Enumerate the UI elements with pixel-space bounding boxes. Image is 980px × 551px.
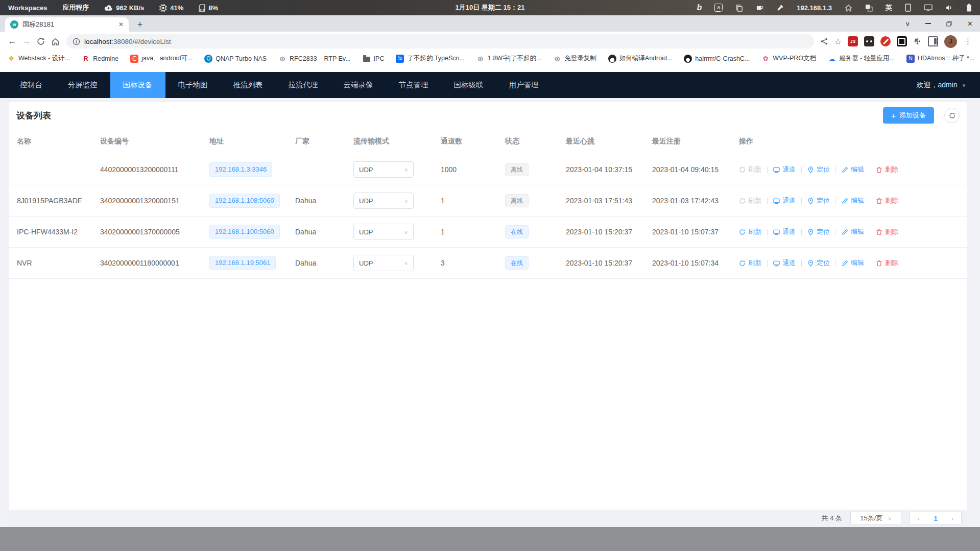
user-menu[interactable]: 欢迎，admin ∨ (917, 81, 980, 90)
browser-menu-button[interactable]: ⋮ (963, 37, 973, 46)
op-locate-button[interactable]: 定位 (807, 196, 830, 205)
prev-page-button[interactable]: ‹ (911, 515, 926, 522)
nav-item-e-map[interactable]: 电子地图 (165, 72, 221, 98)
bookmark-copy-free[interactable]: ⊕免登录复制 (553, 54, 596, 63)
extensions-puzzle-icon[interactable] (913, 37, 922, 46)
back-button[interactable]: ← (5, 34, 19, 49)
address-bar[interactable]: localhost:38080/#/deviceList (66, 34, 814, 49)
cell-channels: 1 (433, 228, 497, 236)
extension-screenshot-icon[interactable] (897, 36, 907, 46)
phone-link-icon[interactable] (905, 4, 911, 12)
bookmark-webstack[interactable]: ❖Webstack - 设计... (7, 54, 70, 63)
screenshot-tool-icon[interactable]: A (714, 4, 723, 12)
extension-js-icon[interactable]: JS (848, 36, 858, 46)
stream-mode-select[interactable]: UDP∨ (353, 161, 414, 178)
reload-button[interactable] (34, 34, 48, 49)
minimize-button[interactable] (925, 23, 931, 24)
cell-status: 离线 (497, 194, 558, 207)
cell-channels: 1 (433, 197, 497, 205)
nav-item-split-monitor[interactable]: 分屏监控 (55, 72, 110, 98)
op-delete-button[interactable]: 删除 (876, 196, 898, 205)
display-icon[interactable] (924, 4, 933, 11)
nav-item-pull-proxy[interactable]: 拉流代理 (276, 72, 331, 98)
op-refresh-button[interactable]: 刷新 (739, 165, 761, 174)
stream-mode-select[interactable]: UDP∨ (353, 193, 414, 209)
bookmark-github-crashc[interactable]: hairrrrr/C-CrashC... (684, 55, 750, 63)
battery-icon[interactable] (966, 4, 972, 12)
stream-mode-select[interactable]: UDP∨ (353, 255, 414, 271)
refresh-list-button[interactable] (944, 108, 960, 123)
nav-item-console[interactable]: 控制台 (7, 72, 55, 98)
site-info-icon[interactable] (73, 38, 80, 45)
profile-avatar[interactable]: J (944, 35, 957, 48)
bookmark-android-build[interactable]: 如何编译Android... (608, 54, 673, 63)
nav-item-user-manage[interactable]: 用户管理 (496, 72, 552, 98)
copy-icon[interactable] (735, 4, 743, 12)
bookmark-csdn[interactable]: Cjava、android可... (130, 54, 193, 63)
extension-adblock-icon[interactable] (880, 36, 891, 46)
bookmark-tencent-cloud[interactable]: ☁服务器 - 轻量应用... (828, 54, 895, 63)
input-language-indicator[interactable]: 英 (886, 3, 892, 12)
op-locate-button[interactable]: 定位 (807, 165, 830, 174)
bookmark-qnap[interactable]: QQNAP Turbo NAS (204, 55, 267, 63)
share-icon[interactable] (820, 37, 828, 45)
home-button[interactable] (48, 34, 62, 49)
op-channel-button[interactable]: 通道 (773, 165, 796, 174)
side-panel-icon[interactable] (928, 36, 938, 46)
tab-close-icon[interactable]: ✕ (118, 21, 124, 28)
workspaces-button[interactable]: Workspaces (8, 4, 47, 12)
browser-tab[interactable]: w 国标28181 ✕ (5, 17, 129, 32)
page-number[interactable]: 1 (926, 515, 945, 522)
cell-last-heartbeat: 2023-01-03 17:51:43 (558, 197, 644, 205)
op-refresh-button[interactable]: 刷新 (739, 227, 761, 236)
tab-search-chevron-icon[interactable]: ∨ (905, 20, 911, 28)
clock[interactable]: 1月10日 星期二 15：21 (456, 3, 525, 12)
bing-icon[interactable]: b (697, 3, 702, 12)
op-delete-button[interactable]: 删除 (876, 165, 898, 174)
nav-item-gb-cascade[interactable]: 国标级联 (441, 72, 496, 98)
restore-button[interactable] (946, 21, 952, 27)
bookmark-zhihu-typescript[interactable]: 知了不起的 TypeScri... (396, 54, 465, 63)
color-picker-icon[interactable] (776, 4, 784, 12)
op-edit-button[interactable]: 编辑 (842, 165, 864, 174)
bookmark-18w[interactable]: ⊕1.8W字|了不起的... (476, 54, 541, 63)
op-locate-button[interactable]: 定位 (807, 227, 830, 236)
bookmark-hdatmos[interactable]: NHDAtmos :: 种子 *... (906, 54, 974, 63)
next-page-button[interactable]: › (945, 515, 960, 522)
forward-button[interactable]: → (19, 34, 34, 49)
new-tab-button[interactable]: + (133, 17, 147, 32)
coffee-icon[interactable] (756, 4, 763, 11)
op-edit-button[interactable]: 编辑 (842, 258, 864, 268)
ip-address-indicator[interactable]: 192.168.1.3 (797, 4, 832, 12)
op-delete-button[interactable]: 删除 (876, 227, 898, 236)
bookmark-wvp-docs[interactable]: ✿WVP-PRO文档 (761, 54, 816, 63)
op-channel-button[interactable]: 通道 (773, 196, 796, 205)
volume-icon[interactable] (945, 4, 953, 11)
op-refresh-button[interactable]: 刷新 (739, 258, 761, 268)
bookmark-ipc-folder[interactable]: IPC (363, 55, 385, 63)
nav-item-cloud-record[interactable]: 云端录像 (331, 72, 386, 98)
stream-mode-select[interactable]: UDP∨ (353, 224, 414, 240)
home-icon[interactable] (845, 4, 852, 12)
op-edit-button[interactable]: 编辑 (842, 196, 864, 205)
add-device-button[interactable]: + 添加设备 (883, 107, 934, 124)
op-channel-button[interactable]: 通道 (773, 258, 796, 268)
extension-tampermonkey-icon[interactable] (864, 36, 874, 46)
op-edit-button[interactable]: 编辑 (842, 227, 864, 236)
nav-item-node-manage[interactable]: 节点管理 (386, 72, 441, 98)
nav-item-push-list[interactable]: 推流列表 (221, 72, 276, 98)
window-close-button[interactable]: ✕ (967, 20, 973, 28)
op-divider (767, 260, 768, 267)
page-size-select[interactable]: 15条/页 ∨ (850, 512, 901, 525)
op-divider (801, 166, 802, 173)
workspaces-grid-icon[interactable] (865, 4, 873, 12)
nav-item-gb-device[interactable]: 国标设备 (110, 72, 165, 98)
op-delete-button[interactable]: 删除 (876, 258, 898, 268)
bookmark-redmine[interactable]: RRedmine (82, 55, 118, 63)
op-channel-button[interactable]: 通道 (773, 227, 796, 236)
bookmark-rfc2833[interactable]: ⊕RFC2833 – RTP Ev... (278, 55, 351, 63)
op-locate-button[interactable]: 定位 (807, 258, 830, 268)
op-refresh-button[interactable]: 刷新 (739, 196, 761, 205)
bookmark-star-icon[interactable]: ☆ (834, 37, 842, 46)
applications-button[interactable]: 应用程序 (62, 3, 89, 12)
